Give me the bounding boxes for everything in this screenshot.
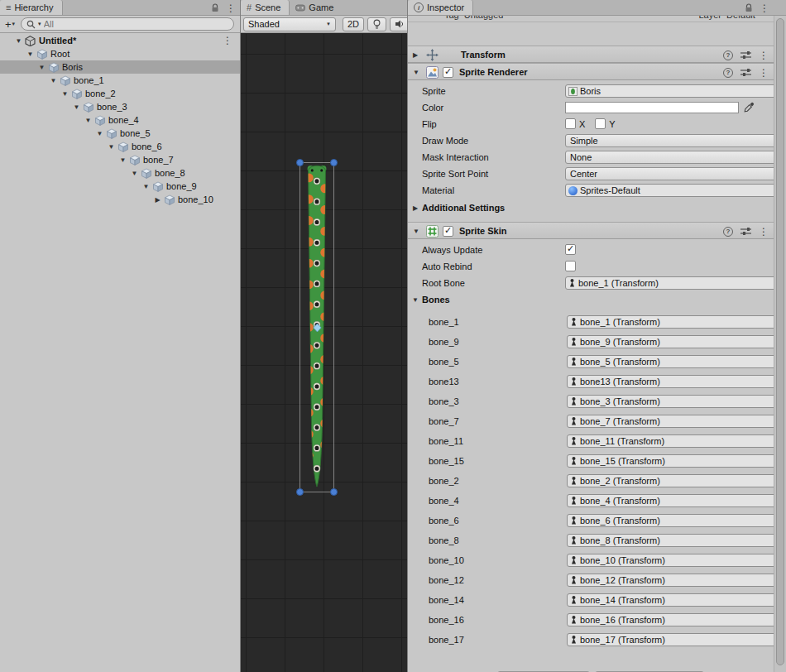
hierarchy-row[interactable]: ▼ bone_6 <box>0 140 240 153</box>
bone-object-field[interactable]: bone_8 (Transform) ⊙ <box>567 534 774 547</box>
presets-icon[interactable] <box>740 68 751 77</box>
inspector-kebab-icon[interactable]: ⋮ <box>760 3 769 13</box>
search-input[interactable] <box>44 19 228 29</box>
selection-handle-bottom-right[interactable] <box>330 488 338 496</box>
component-enabled-checkbox[interactable]: ✓ <box>443 67 453 78</box>
inspector-scrollbar[interactable] <box>774 16 786 672</box>
tab-scene[interactable]: # Scene <box>241 0 290 15</box>
foldout-icon[interactable]: ▼ <box>36 64 47 71</box>
tab-inspector[interactable]: i Inspector <box>408 0 473 15</box>
hierarchy-search[interactable]: ▾ <box>21 17 234 31</box>
bone-object-field[interactable]: bone_1 (Transform) ⊙ <box>567 315 774 329</box>
draw-mode-dropdown[interactable]: Simple ▼ <box>565 134 774 147</box>
bone-object-field[interactable]: bone_10 (Transform) ⊙ <box>567 554 774 567</box>
mask-interaction-dropdown[interactable]: None ▼ <box>565 151 774 164</box>
sort-point-dropdown[interactable]: Center ▼ <box>565 167 774 180</box>
selection-handle-top-left[interactable] <box>296 159 304 166</box>
foldout-icon[interactable]: ▼ <box>413 69 419 76</box>
bone-object-field[interactable]: bone_12 (Transform) ⊙ <box>567 574 774 587</box>
foldout-icon[interactable]: ▼ <box>94 130 105 137</box>
foldout-icon[interactable]: ▼ <box>141 183 151 190</box>
foldout-icon[interactable]: ▼ <box>106 143 117 151</box>
scene-viewport[interactable] <box>241 34 407 672</box>
lighting-toggle-button[interactable] <box>367 17 386 31</box>
bone-object-field[interactable]: bone_2 (Transform) ⊙ <box>567 474 774 487</box>
eyedropper-icon[interactable] <box>744 102 755 113</box>
component-kebab-icon[interactable]: ⋮ <box>759 50 769 60</box>
foldout-icon[interactable]: ▼ <box>71 103 82 111</box>
sprite-skin-header[interactable]: ▼ ✓ Sprite Skin ? ⋮ <box>408 222 774 239</box>
selection-handle-top-right[interactable] <box>330 159 338 166</box>
additional-settings-row[interactable]: ▶ Additional Settings <box>408 200 774 217</box>
scrollbar-thumb[interactable] <box>776 18 784 665</box>
root-bone-object-field[interactable]: bone_1 (Transform) ⊙ <box>565 276 774 290</box>
presets-icon[interactable] <box>740 227 751 236</box>
bone-object-field[interactable]: bone_14 (Transform) ⊙ <box>567 593 774 607</box>
foldout-icon[interactable]: ▼ <box>25 50 36 58</box>
foldout-icon[interactable]: ▶ <box>152 196 163 204</box>
hierarchy-row[interactable]: ▼ bone_1 <box>0 74 240 87</box>
bone-object-field[interactable]: bone_3 (Transform) ⊙ <box>567 395 774 408</box>
lock-icon[interactable] <box>745 3 753 12</box>
component-kebab-icon[interactable]: ⋮ <box>759 68 769 78</box>
hierarchy-row[interactable]: ▼ bone_4 <box>0 113 240 127</box>
bone-object-field[interactable]: bone_11 (Transform) ⊙ <box>567 434 774 448</box>
foldout-icon[interactable]: ▼ <box>413 228 419 235</box>
hierarchy-row[interactable]: ▼ bone_5 <box>0 127 240 140</box>
color-swatch[interactable] <box>565 102 739 113</box>
flip-x-checkbox[interactable] <box>565 118 576 129</box>
hierarchy-row[interactable]: ▼ Root <box>0 47 240 60</box>
foldout-icon[interactable]: ▼ <box>129 170 140 177</box>
bones-foldout-row[interactable]: ▼ Bones <box>408 292 774 309</box>
sprite-object-field[interactable]: Boris ⊙ <box>565 84 774 98</box>
hierarchy-kebab-icon[interactable]: ⋮ <box>226 3 236 13</box>
foldout-icon[interactable]: ▶ <box>413 51 418 59</box>
bone-object-field[interactable]: bone13 (Transform) ⊙ <box>567 375 774 388</box>
hierarchy-row[interactable]: ▼ bone_8 <box>0 166 240 180</box>
hierarchy-row[interactable]: ▼ bone_3 <box>0 100 240 113</box>
foldout-icon[interactable]: ▼ <box>412 296 419 304</box>
always-update-checkbox[interactable]: ✓ <box>565 244 576 255</box>
bone-object-field[interactable]: bone_15 (Transform) ⊙ <box>567 454 774 468</box>
row-kebab-icon[interactable]: ⋮ <box>223 36 232 46</box>
transform-component-header[interactable]: ▶ Transform ? ⋮ <box>408 46 774 63</box>
hierarchy-row[interactable]: ▼ bone_2 <box>0 87 240 100</box>
tab-hierarchy[interactable]: ≡ Hierarchy <box>0 0 63 15</box>
help-icon[interactable]: ? <box>723 227 733 237</box>
audio-toggle-button[interactable] <box>390 17 407 31</box>
foldout-icon[interactable]: ▼ <box>117 156 128 164</box>
add-object-button[interactable]: + ▾ <box>2 17 17 31</box>
layer-value[interactable]: Default <box>726 16 755 20</box>
tag-value[interactable]: Untagged <box>464 16 504 20</box>
search-filter-caret-icon[interactable]: ▾ <box>38 21 41 27</box>
bone-object-field[interactable]: bone_4 (Transform) ⊙ <box>567 494 774 507</box>
flip-y-checkbox[interactable] <box>595 118 606 129</box>
bone-object-field[interactable]: bone_16 (Transform) ⊙ <box>567 613 774 626</box>
lock-icon[interactable] <box>211 3 219 12</box>
sprite-renderer-header[interactable]: ▼ ✓ Sprite Renderer ? ⋮ <box>408 63 774 80</box>
selection-handle-bottom-left[interactable] <box>296 488 304 496</box>
foldout-icon[interactable]: ▶ <box>413 204 418 212</box>
bone-object-field[interactable]: bone_17 (Transform) ⊙ <box>567 633 774 646</box>
toggle-2d-button[interactable]: 2D <box>343 17 364 31</box>
foldout-icon[interactable]: ▼ <box>13 37 24 45</box>
hierarchy-row[interactable]: ▼ bone_7 <box>0 153 240 166</box>
hierarchy-row[interactable]: ▼ bone_9 <box>0 180 240 193</box>
auto-rebind-checkbox[interactable] <box>565 261 576 271</box>
component-enabled-checkbox[interactable]: ✓ <box>443 226 453 237</box>
presets-icon[interactable] <box>740 50 751 60</box>
foldout-icon[interactable]: ▼ <box>60 90 70 98</box>
material-object-field[interactable]: Sprites-Default ⊙ <box>565 184 774 197</box>
shading-mode-dropdown[interactable]: Shaded ▼ <box>243 17 336 31</box>
help-icon[interactable]: ? <box>723 68 733 78</box>
tab-game[interactable]: Game <box>290 0 342 15</box>
hierarchy-row[interactable]: ▶ bone_10 <box>0 193 240 206</box>
hierarchy-row[interactable]: ▼ Boris <box>0 60 240 74</box>
bone-object-field[interactable]: bone_7 (Transform) ⊙ <box>567 415 774 428</box>
bone-object-field[interactable]: bone_5 (Transform) ⊙ <box>567 355 774 368</box>
help-icon[interactable]: ? <box>723 50 733 60</box>
foldout-icon[interactable]: ▼ <box>48 77 59 84</box>
foldout-icon[interactable]: ▼ <box>83 117 93 124</box>
hierarchy-row[interactable]: ▼ Untitled* ⋮ <box>0 34 240 47</box>
component-kebab-icon[interactable]: ⋮ <box>759 227 769 237</box>
